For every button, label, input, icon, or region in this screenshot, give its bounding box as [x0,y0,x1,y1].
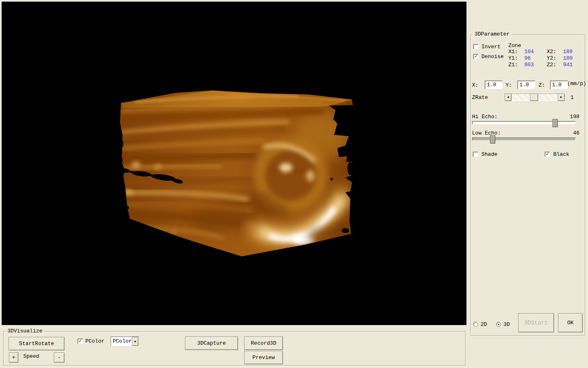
right-panel: 3DParameter Invert ✓ Denoise Zone X1: 10… [468,0,588,368]
mode-3d-radio[interactable]: ● [496,322,501,327]
zrate-scroll-left-button[interactable]: ◄ [505,94,512,101]
hi-echo-slider-track[interactable] [472,121,576,124]
checkmark-icon: ✓ [474,53,477,59]
zrate-scrollbar[interactable]: ◄ ► [505,94,565,101]
scale-y-input[interactable] [517,81,535,89]
ok-button[interactable]: OK [558,313,583,332]
speed-plus-button[interactable]: + [9,352,18,363]
zone-x1-value: 104 [524,49,534,55]
low-echo-value: 46 [563,130,579,136]
mode-2d-label: 2D [481,321,487,328]
scale-z-input[interactable] [550,81,568,89]
scroll-right-icon: ► [560,96,562,99]
zone-y1-label: Y1: [508,55,518,61]
shade-label: Shade [481,151,497,157]
mode-2d-radio[interactable] [473,322,478,327]
zrate-value: 1 [570,94,574,101]
dropdown-arrow-icon[interactable]: ▼ [132,337,138,346]
3dcapture-button[interactable]: 3DCapture [185,337,238,350]
zone-y1-value: 96 [524,55,531,61]
zrate-label: ZRate [472,94,488,101]
low-echo-slider-track[interactable] [472,137,576,141]
preview-button[interactable]: Preview [244,351,283,364]
zone-z1-value: 803 [524,62,534,68]
hi-echo-value: 198 [563,114,579,120]
zone-z2-value: 941 [563,62,572,68]
scale-x-input[interactable] [485,81,503,89]
shade-checkbox[interactable] [473,152,478,157]
volume-render [2,2,467,325]
start-rotate-button[interactable]: StartRotate [9,337,65,350]
black-label: Black [553,151,569,157]
parameter-group-title: 3DParameter [473,31,511,38]
pcolor-dropdown-value: PColor [111,337,132,346]
zone-title: Zone [508,43,521,49]
zone-z1-label: Z1: [508,62,518,68]
scroll-left-icon: ◄ [507,96,509,99]
pcolor-checkbox[interactable]: ✓ [78,339,83,344]
pcolor-label: PColor [85,338,105,344]
invert-label: Invert [481,44,501,50]
low-echo-slider-thumb[interactable] [490,135,495,144]
record3d-button[interactable]: Record3D [244,337,283,350]
parameter-groupbox: 3DParameter Invert ✓ Denoise Zone X1: 10… [470,34,585,336]
pcolor-dropdown[interactable]: PColor ▼ [111,337,139,346]
zone-x1-label: X1: [508,49,518,55]
black-checkbox[interactable]: ✓ [545,152,550,157]
speed-minus-button[interactable]: - [54,352,65,363]
visualize-groupbox: 3DVisualize StartRotate ✓ PColor PColor … [3,331,466,366]
zone-x2-label: X2: [547,49,556,55]
denoise-checkbox[interactable]: ✓ [473,54,479,59]
visualize-group-title: 3DVisualize [6,328,44,334]
mode-3d-label: 3D [503,321,510,328]
denoise-label: Denoise [481,54,504,60]
hi-echo-label: Hi Echo: [472,114,497,120]
checkmark-icon: ✓ [79,338,82,344]
low-echo-label: Low Echo: [472,130,501,136]
zrate-scroll-right-button[interactable]: ► [558,94,565,101]
zone-y2-value: 180 [563,55,572,61]
checkmark-icon: ✓ [546,151,549,157]
zrate-scroll-thumb[interactable] [530,94,538,101]
zone-x2-value: 189 [563,49,572,55]
scale-unit-label: (mm/p) [567,81,586,87]
speed-label: Speed [23,353,39,359]
zone-y2-label: Y2: [547,55,556,61]
scale-x-label: X: [472,82,479,88]
3dstart-button[interactable]: 3DStart [518,313,554,332]
viewport-3d[interactable] [2,2,467,325]
scale-y-label: Y: [506,82,512,88]
radio-dot-icon: ● [498,323,499,326]
zone-z2-label: Z2: [547,62,556,68]
scale-z-label: Z: [539,82,545,88]
hi-echo-slider-thumb[interactable] [552,119,558,127]
invert-checkbox[interactable] [473,44,479,49]
